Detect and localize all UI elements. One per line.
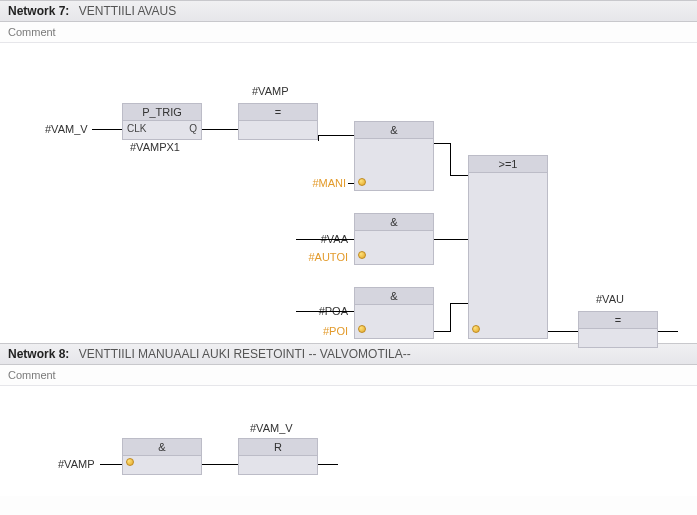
block-and2[interactable]: & [354,213,434,265]
block-eq[interactable]: = [238,103,318,140]
wire [450,143,451,175]
pin-dot-icon [472,325,480,333]
block-and-n8[interactable]: & [122,438,202,475]
wire [348,183,354,184]
network8-label: Network 8: [8,347,69,361]
network8-title: VENTTIILI MANUAALI AUKI RESETOINTI -- VA… [79,347,411,361]
wire [450,303,468,304]
signal-vam-v: #VAM_V [45,123,88,135]
wire [202,129,238,130]
wire [548,331,578,332]
block-out-eq[interactable]: = [578,311,658,348]
wire [202,464,238,465]
network8-canvas: #VAMP & #VAM_V R [0,386,697,496]
pin-dot-icon [358,251,366,259]
signal-vau: #VAU [596,293,624,305]
ptrig-clk: CLK [127,123,146,134]
wire [318,135,354,136]
signal-poi: #POI [316,325,348,337]
block-or[interactable]: >=1 [468,155,548,339]
network7-title: VENTTIILI AVAUS [79,4,177,18]
signal-mani: #MANI [306,177,346,189]
network7-comment: Comment [0,22,697,43]
block-and-n8-title: & [123,439,201,456]
block-out-eq-title: = [579,312,657,329]
wire [92,129,122,130]
block-and2-title: & [355,214,433,231]
signal-autoi: #AUTOI [300,251,348,263]
wire [296,239,354,240]
pin-dot-icon [126,458,134,466]
wire [434,331,450,332]
wire [434,143,450,144]
block-and1-title: & [355,122,433,139]
block-and3-title: & [355,288,433,305]
network7-canvas: #VAM_V P_TRIG CLK Q #VAMPX1 #VAMP = & #M… [0,43,697,343]
block-ptrig[interactable]: P_TRIG CLK Q [122,103,202,140]
network7-label: Network 7: [8,4,69,18]
pin-dot-icon [358,178,366,186]
block-and1[interactable]: & [354,121,434,191]
block-r-n8[interactable]: R [238,438,318,475]
pin-dot-icon [358,325,366,333]
block-r-n8-title: R [239,439,317,456]
block-eq-title: = [239,104,317,121]
wire [318,135,319,141]
wire [296,311,354,312]
wire [434,239,468,240]
wire [318,464,338,465]
ptrig-q: Q [189,123,197,134]
wire [450,175,468,176]
block-and3[interactable]: & [354,287,434,339]
signal-vam-v-n8: #VAM_V [250,422,293,434]
signal-vamp: #VAMP [252,85,288,97]
block-ptrig-title: P_TRIG [123,104,201,121]
signal-vamp-n8: #VAMP [58,458,94,470]
signal-vampx1: #VAMPX1 [130,141,180,153]
network7-header: Network 7: VENTTIILI AVAUS [0,0,697,22]
wire [100,464,122,465]
wire [658,331,678,332]
block-or-title: >=1 [469,156,547,173]
network8-comment: Comment [0,365,697,386]
wire [450,303,451,332]
